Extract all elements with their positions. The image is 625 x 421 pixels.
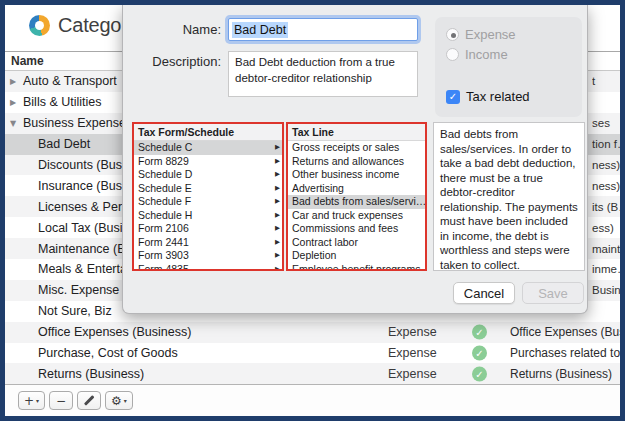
tax-related-row: ✓ Tax related	[446, 89, 530, 104]
submenu-arrow-icon: ▶	[275, 155, 280, 169]
window-title-area: Categori	[29, 14, 132, 37]
tax-related-check-icon: ✓	[472, 366, 487, 381]
tax-related-label: Tax related	[466, 89, 530, 104]
submenu-arrow-icon: ▶	[275, 141, 280, 155]
tax-form-schedule-list: Tax Form/ScheduleSchedule C▶Form 8829▶Sc…	[132, 122, 284, 271]
tax-line-description-box: Bad debts from sales/services. In order …	[433, 122, 585, 271]
tax-form-item[interactable]: Schedule D▶	[134, 168, 282, 182]
edit-pencil-icon	[84, 395, 94, 405]
actions-menu-button[interactable]: ⚙ ▾	[105, 391, 133, 410]
tax-line-item[interactable]: Bad debts from sales/servi…	[288, 195, 425, 209]
category-name: Returns (Business)	[38, 367, 144, 381]
table-row[interactable]: Office Expenses (Business)Expense✓Office…	[5, 322, 620, 343]
category-type: Expense	[388, 325, 437, 339]
edit-category-dialog: Name: Bad Debt Description: Bad Debt ded…	[122, 5, 588, 314]
category-name: Auto & Transport	[23, 74, 117, 88]
app-window: Categori Name ▶Auto & Transportt▶Bills &…	[0, 0, 625, 421]
category-description-fragment: tion f…	[592, 138, 620, 150]
tax-related-checkbox[interactable]: ✓	[446, 90, 460, 104]
table-row[interactable]: Returns (Business)Expense✓Returns (Busin…	[5, 363, 620, 384]
tax-form-item[interactable]: Schedule H▶	[134, 209, 282, 223]
description-input[interactable]: Bad Debt deduction from a true debtor-cr…	[228, 51, 418, 97]
gear-icon: ⚙	[111, 395, 122, 407]
tax-form-item[interactable]: Form 2441▶	[134, 236, 282, 250]
category-description: Returns (Business)	[510, 367, 620, 381]
tax-form-item[interactable]: Form 4835▶	[134, 263, 282, 272]
radio-label: Income	[465, 47, 508, 62]
name-field-label: Name:	[123, 22, 221, 37]
category-name: Bills & Utilities	[23, 95, 102, 109]
collapsed-disclosure-icon[interactable]: ▶	[10, 98, 16, 107]
category-description-fragment: t	[592, 75, 620, 87]
window-title: Categori	[58, 14, 132, 37]
category-description-fragment: ses	[592, 117, 620, 129]
type-radio-income[interactable]: Income	[446, 47, 508, 62]
cancel-button[interactable]: Cancel	[453, 282, 515, 304]
category-description-fragment: Busin…	[592, 284, 620, 296]
list-header: Tax Line	[288, 124, 425, 141]
tax-related-check-icon: ✓	[472, 346, 487, 361]
category-name: Bad Debt	[38, 137, 90, 151]
chevron-down-icon: ▾	[36, 397, 39, 404]
tax-line-list: Tax LineGross receipts or salesReturns a…	[286, 122, 427, 271]
tax-form-item[interactable]: Schedule E▶	[134, 182, 282, 196]
category-description-fragment: ess)	[592, 222, 620, 234]
tax-related-check-icon: ✓	[472, 325, 487, 340]
tax-form-item[interactable]: Form 3903▶	[134, 249, 282, 263]
submenu-arrow-icon: ▶	[275, 195, 280, 209]
submenu-arrow-icon: ▶	[275, 168, 280, 182]
edit-category-button[interactable]	[77, 391, 101, 410]
tax-line-item[interactable]: Depletion	[288, 249, 425, 263]
tax-form-item[interactable]: Form 8829▶	[134, 155, 282, 169]
tax-form-item[interactable]: Schedule F▶	[134, 195, 282, 209]
name-input-selected-text: Bad Debt	[232, 22, 288, 38]
tax-line-item[interactable]: Gross receipts or sales	[288, 141, 425, 155]
category-description-fragment: ness)	[592, 180, 620, 192]
category-name: Office Expenses (Business)	[38, 325, 191, 339]
tax-line-item[interactable]: Commissions and fees	[288, 222, 425, 236]
category-description-fragment: maint…	[592, 243, 620, 255]
tax-line-item[interactable]: Car and truck expenses	[288, 209, 425, 223]
save-button[interactable]: Save	[522, 282, 584, 304]
categories-donut-icon	[29, 15, 50, 36]
tax-line-item[interactable]: Returns and allowances	[288, 155, 425, 169]
tax-form-item[interactable]: Form 2106▶	[134, 222, 282, 236]
submenu-arrow-icon: ▶	[275, 222, 280, 236]
chevron-down-icon: ▾	[124, 397, 127, 404]
name-column-header[interactable]: Name	[11, 54, 44, 68]
submenu-arrow-icon: ▶	[275, 236, 280, 250]
category-description-fragment: inme…	[592, 263, 620, 275]
radio-circle-icon	[446, 48, 459, 61]
category-type: Expense	[388, 346, 437, 360]
category-description: Office Expenses (Busi…	[510, 325, 620, 339]
category-name: Not Sure, Biz	[38, 304, 112, 318]
tax-form-item[interactable]: Schedule C▶	[134, 141, 282, 155]
collapsed-disclosure-icon[interactable]: ▶	[10, 77, 16, 86]
table-row[interactable]: Purchase, Cost of GoodsExpense✓Purchases…	[5, 343, 620, 364]
submenu-arrow-icon: ▶	[275, 209, 280, 223]
radio-label: Expense	[465, 27, 516, 42]
submenu-arrow-icon: ▶	[275, 263, 280, 272]
category-name: Business Expenses	[23, 116, 132, 130]
tax-line-item[interactable]: Employee benefit programs	[288, 263, 425, 272]
minus-icon: −	[56, 395, 66, 407]
description-field-label: Description:	[123, 54, 221, 69]
toolbar-button-group: + ▾ − ⚙ ▾	[18, 391, 133, 410]
submenu-arrow-icon: ▶	[275, 249, 280, 263]
submenu-arrow-icon: ▶	[275, 182, 280, 196]
type-radio-expense[interactable]: Expense	[446, 27, 516, 42]
add-category-button[interactable]: + ▾	[18, 391, 45, 410]
type-panel: ExpenseIncome ✓ Tax related	[435, 17, 582, 117]
name-input[interactable]: Bad Debt	[228, 18, 418, 41]
tax-line-item[interactable]: Advertising	[288, 182, 425, 196]
tax-line-item[interactable]: Other business income	[288, 168, 425, 182]
expanded-disclosure-icon[interactable]: ▼	[10, 119, 16, 128]
category-type: Expense	[388, 367, 437, 381]
plus-icon: +	[24, 395, 34, 407]
tax-line-item[interactable]: Contract labor	[288, 236, 425, 250]
category-description-fragment: ness)	[592, 159, 620, 171]
category-description-fragment: its (B…	[592, 201, 620, 213]
remove-category-button[interactable]: −	[49, 391, 73, 410]
bottom-toolbar: + ▾ − ⚙ ▾	[5, 384, 620, 416]
list-header: Tax Form/Schedule	[134, 124, 282, 141]
